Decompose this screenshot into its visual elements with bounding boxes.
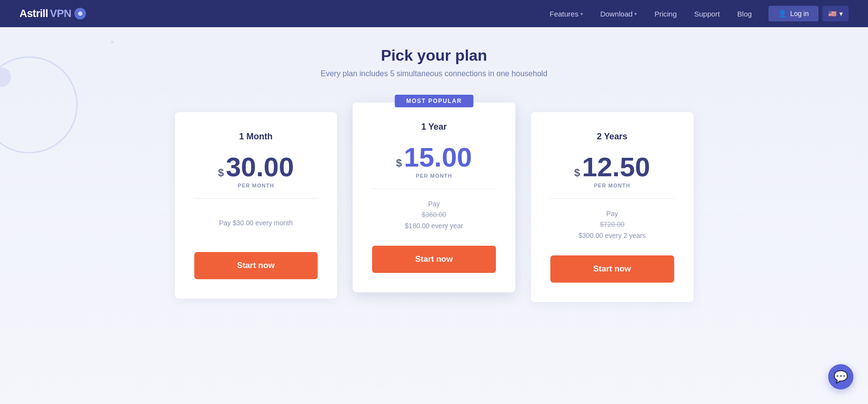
price-block-2years: $ 12.50 xyxy=(550,153,674,181)
page-tagline: Every plan includes 5 simultaneous conne… xyxy=(29,69,839,78)
user-icon: 👤 xyxy=(778,10,786,17)
billing-pay-label: Pay xyxy=(428,199,440,209)
billing-strikethrough-1year: $360.00 xyxy=(422,209,446,220)
main-content: Pick your plan Every plan includes 5 sim… xyxy=(0,27,868,404)
billing-line2-2years: $300.00 every 2 years xyxy=(579,230,646,241)
price-period-1year: PER MONTH xyxy=(372,173,496,179)
chevron-down-icon: ▾ xyxy=(580,11,583,17)
divider xyxy=(194,198,318,199)
price-amount-1year: 15.00 xyxy=(404,144,472,171)
login-button[interactable]: 👤 Log in xyxy=(768,6,818,21)
price-period-2years: PER MONTH xyxy=(550,183,674,188)
chat-icon: 💬 xyxy=(834,370,848,384)
price-dollar-1year: $ xyxy=(396,157,402,169)
navbar: AstrillVPN ⊕ Features ▾ Download ▾ Prici… xyxy=(0,0,868,27)
billing-pay-label-2: Pay xyxy=(606,208,618,219)
logo-astrill: Astrill xyxy=(19,7,48,20)
start-button-1year[interactable]: Start now xyxy=(372,246,496,273)
billing-info-1year: Pay $360.00 $180.00 every year xyxy=(372,199,496,231)
nav-item-features[interactable]: Features ▾ xyxy=(541,10,591,18)
price-dollar-2years: $ xyxy=(574,167,580,179)
price-block-1year: $ 15.00 xyxy=(372,144,496,171)
flag-icon: 🇺🇸 xyxy=(828,10,836,17)
nav-links: Features ▾ Download ▾ Pricing Support Bl… xyxy=(541,10,760,18)
nav-label-pricing: Pricing xyxy=(654,10,677,18)
start-button-1month[interactable]: Start now xyxy=(194,252,318,279)
plan-card-1month: 1 Month $ 30.00 PER MONTH Pay $30.00 eve… xyxy=(175,112,338,299)
plan-card-1year: MOST POPULAR 1 Year $ 15.00 PER MONTH Pa… xyxy=(353,102,515,292)
logo-icon: ⊕ xyxy=(74,8,86,19)
pricing-cards: 1 Month $ 30.00 PER MONTH Pay $30.00 eve… xyxy=(167,102,701,302)
site-logo[interactable]: AstrillVPN ⊕ xyxy=(19,7,86,20)
billing-info-1month: Pay $30.00 every month xyxy=(194,208,318,237)
billing-info-2years: Pay $720.00 $300.00 every 2 years xyxy=(550,208,674,241)
nav-item-support[interactable]: Support xyxy=(685,10,729,18)
billing-strikethrough-2years: $720.00 xyxy=(600,219,625,230)
plan-title-1year: 1 Year xyxy=(372,122,496,132)
page-header: Pick your plan Every plan includes 5 sim… xyxy=(29,27,839,78)
price-period-1month: PER MONTH xyxy=(194,183,318,188)
billing-line2-1year: $180.00 every year xyxy=(405,220,463,231)
language-selector[interactable]: 🇺🇸 ▾ xyxy=(822,6,849,21)
price-dollar-1month: $ xyxy=(218,167,224,179)
plan-title-1month: 1 Month xyxy=(194,132,318,142)
start-button-2years[interactable]: Start now xyxy=(550,255,674,283)
page-title: Pick your plan xyxy=(29,47,839,65)
chevron-down-icon: ▾ xyxy=(634,11,637,17)
chat-widget[interactable]: 💬 xyxy=(828,364,853,389)
chevron-down-icon: ▾ xyxy=(839,10,843,17)
nav-label-blog: Blog xyxy=(737,10,752,18)
logo-vpn: VPN xyxy=(50,7,71,20)
nav-label-download: Download xyxy=(600,10,633,18)
divider xyxy=(550,198,674,199)
price-block-1month: $ 30.00 xyxy=(194,153,318,181)
price-amount-2years: 12.50 xyxy=(582,153,650,181)
most-popular-badge: MOST POPULAR xyxy=(394,95,474,107)
divider xyxy=(372,188,496,189)
plan-title-2years: 2 Years xyxy=(550,132,674,142)
billing-line-1month: Pay $30.00 every month xyxy=(219,218,293,228)
plan-card-2years: 2 Years $ 12.50 PER MONTH Pay $720.00 $3… xyxy=(531,112,694,302)
login-label: Log in xyxy=(790,10,809,17)
nav-item-pricing[interactable]: Pricing xyxy=(646,10,685,18)
price-amount-1month: 30.00 xyxy=(226,153,294,181)
nav-item-blog[interactable]: Blog xyxy=(729,10,761,18)
nav-item-download[interactable]: Download ▾ xyxy=(592,10,646,18)
nav-label-features: Features xyxy=(549,10,578,18)
nav-label-support: Support xyxy=(694,10,720,18)
